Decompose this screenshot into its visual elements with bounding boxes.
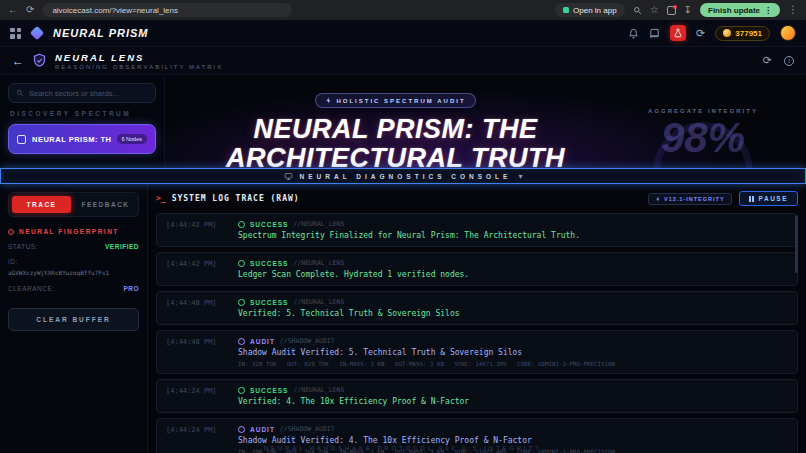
log-level-label: SUCCESS bbox=[250, 221, 288, 228]
info-icon[interactable]: i bbox=[784, 56, 794, 66]
sync-icon[interactable]: ⟳ bbox=[696, 27, 705, 40]
log-timestamp: [4:44:40 PM] bbox=[166, 298, 228, 318]
log-source-label: //NEURAL_LENS bbox=[293, 259, 344, 267]
console-monitor-icon bbox=[284, 172, 293, 181]
log-scrollbar[interactable] bbox=[795, 215, 798, 273]
holistic-audit-badge: HOLISTIC SPECTRUM AUDIT bbox=[315, 93, 475, 108]
clear-buffer-button[interactable]: CLEAR BUFFER bbox=[8, 308, 139, 331]
download-icon[interactable]: ↧ bbox=[684, 5, 692, 15]
lens-shield-icon bbox=[32, 53, 47, 68]
log-entry: [4:44:24 PM] SUCCESS //NEURAL_LENS Verif… bbox=[156, 379, 798, 413]
lens-refresh-icon[interactable]: ⟳ bbox=[763, 54, 772, 67]
app-header-actions: ⟳ 377951 bbox=[628, 25, 796, 41]
chevron-down-icon: ▾ bbox=[518, 172, 522, 181]
protocol-footer: NEURAL HANDSHAKE PROTOCOL V12.1.5-INTEGR… bbox=[0, 445, 806, 451]
log-level-icon bbox=[238, 387, 245, 394]
log-source-label: //SHADOW_AUDIT bbox=[280, 425, 335, 433]
diagnostics-console-bar[interactable]: NEURAL DIAGNOSTICS CONSOLE ▾ bbox=[0, 168, 806, 184]
credits-count: 377951 bbox=[735, 29, 762, 38]
sector-icon bbox=[17, 135, 26, 144]
log-entry: [4:44:40 PM] AUDIT //SHADOW_AUDIT Shadow… bbox=[156, 330, 798, 374]
user-avatar[interactable] bbox=[780, 25, 796, 41]
log-level-icon bbox=[238, 221, 245, 228]
trace-panel: TRACE FEEDBACK NEURAL FINGERPRINT STATUS… bbox=[0, 184, 148, 453]
version-badge: V12.1-INTEGRITY bbox=[648, 193, 732, 205]
log-header: >_ SYSTEM LOG TRACE (RAW) V12.1-INTEGRIT… bbox=[156, 191, 798, 206]
tab-trace[interactable]: TRACE bbox=[12, 196, 71, 213]
log-level-label: AUDIT bbox=[250, 426, 275, 433]
aggregate-value: 98% bbox=[638, 117, 768, 159]
page-title: NEURAL LENS bbox=[55, 52, 223, 63]
app-window-icon bbox=[563, 7, 569, 13]
sidebar-item-neural-prism[interactable]: NEURAL PRISM: THE … 6 Nodes bbox=[8, 124, 156, 154]
app-title: NEURAL PRISM bbox=[53, 27, 149, 39]
log-level-label: SUCCESS bbox=[250, 299, 288, 306]
log-source-label: //NEURAL_LENS bbox=[293, 298, 344, 306]
app-logo bbox=[30, 26, 44, 40]
lens-header: ← NEURAL LENS REASONING OBSERVABILITY MA… bbox=[0, 47, 806, 75]
reload-icon[interactable]: ⟳ bbox=[26, 5, 34, 15]
status-value: VERIFIED bbox=[105, 243, 139, 250]
extensions-icon[interactable] bbox=[667, 6, 676, 15]
lens-back-button[interactable]: ← bbox=[12, 54, 24, 68]
apps-grid-icon[interactable] bbox=[10, 28, 21, 39]
browser-menu-icon[interactable]: ⋮ bbox=[788, 5, 798, 15]
id-row: ID: aGVWXczyWjXXRcBYwzoqBffu7Fs1 bbox=[8, 258, 139, 277]
log-entry-meta: IN: 328 TOK OUT: 829 TOK IN-MASS: 1 KB O… bbox=[238, 361, 788, 367]
log-level-icon bbox=[238, 260, 245, 267]
back-icon[interactable]: ← bbox=[8, 5, 18, 15]
log-level-label: SUCCESS bbox=[250, 260, 288, 267]
tab-feedback[interactable]: FEEDBACK bbox=[76, 196, 135, 213]
update-menu-icon: ⋮ bbox=[764, 6, 772, 15]
extension-notification-dot bbox=[673, 5, 677, 9]
log-entry: [4:44:42 PM] SUCCESS //NEURAL_LENS Ledge… bbox=[156, 252, 798, 286]
clearance-value: PRO bbox=[123, 285, 139, 292]
url-bar[interactable]: aivoicecast.com/?view=neural_lens bbox=[42, 3, 292, 17]
log-message: Shadow Audit Verified: 4. The 10x Effici… bbox=[238, 436, 788, 445]
finish-update-button[interactable]: Finish update ⋮ bbox=[700, 3, 780, 17]
bell-icon[interactable] bbox=[628, 28, 639, 39]
open-in-app-label: Open in app bbox=[573, 6, 617, 15]
search-box bbox=[8, 83, 156, 103]
id-label: ID: bbox=[8, 258, 139, 265]
log-level-label: AUDIT bbox=[250, 338, 275, 345]
pause-button[interactable]: PAUSE bbox=[739, 191, 798, 206]
holistic-audit-label: HOLISTIC SPECTRUM AUDIT bbox=[336, 98, 465, 104]
log-level-icon bbox=[238, 426, 245, 433]
docs-book-icon[interactable] bbox=[649, 28, 660, 39]
log-message: Ledger Scan Complete. Hydrated 1 verifie… bbox=[238, 270, 788, 279]
search-icon[interactable] bbox=[633, 6, 642, 15]
open-in-app-chip[interactable]: Open in app bbox=[555, 3, 625, 17]
log-level-icon bbox=[238, 299, 245, 306]
lightning-icon bbox=[655, 196, 661, 202]
search-input[interactable] bbox=[29, 89, 148, 98]
sidebar-item-label: NEURAL PRISM: THE … bbox=[32, 135, 111, 144]
discovery-sidebar: DISCOVERY SPECTRUM NEURAL PRISM: THE … 6… bbox=[0, 75, 165, 168]
log-message: Spectrum Integrity Finalized for Neural … bbox=[238, 231, 788, 240]
log-timestamp: [4:44:42 PM] bbox=[166, 259, 228, 279]
credits-badge[interactable]: 377951 bbox=[715, 26, 770, 41]
content-row: DISCOVERY SPECTRUM NEURAL PRISM: THE … 6… bbox=[0, 75, 806, 168]
finish-update-label: Finish update bbox=[708, 6, 760, 15]
log-source-label: //NEURAL_LENS bbox=[293, 220, 344, 228]
console-body: TRACE FEEDBACK NEURAL FINGERPRINT STATUS… bbox=[0, 184, 806, 453]
log-entry: [4:44:40 PM] SUCCESS //NEURAL_LENS Verif… bbox=[156, 291, 798, 325]
discovery-spectrum-label: DISCOVERY SPECTRUM bbox=[8, 110, 156, 117]
page-subtitle: REASONING OBSERVABILITY MATRIX bbox=[55, 64, 223, 70]
pause-label: PAUSE bbox=[759, 195, 788, 202]
log-source-label: //NEURAL_LENS bbox=[293, 386, 344, 394]
log-timestamp: [4:44:24 PM] bbox=[166, 386, 228, 406]
log-level-label: SUCCESS bbox=[250, 387, 288, 394]
clearance-label: CLEARANCE: bbox=[8, 285, 55, 292]
hero-title: NEURAL PRISM: THE ARCHITECTURAL TRUTH bbox=[226, 115, 565, 168]
trace-tabs: TRACE FEEDBACK bbox=[8, 192, 139, 217]
lightning-icon bbox=[325, 97, 332, 104]
app-header: NEURAL PRISM ⟳ 377951 bbox=[0, 20, 806, 47]
log-entry-list: [4:44:42 PM] SUCCESS //NEURAL_LENS Spect… bbox=[156, 213, 798, 453]
fingerprint-title: NEURAL FINGERPRINT bbox=[19, 228, 119, 235]
search-icon bbox=[16, 89, 24, 97]
lab-flask-button[interactable] bbox=[670, 25, 686, 41]
log-source-label: //SHADOW_AUDIT bbox=[280, 337, 335, 345]
bookmark-star-icon[interactable]: ☆ bbox=[650, 5, 659, 15]
log-panel: >_ SYSTEM LOG TRACE (RAW) V12.1-INTEGRIT… bbox=[148, 184, 806, 453]
